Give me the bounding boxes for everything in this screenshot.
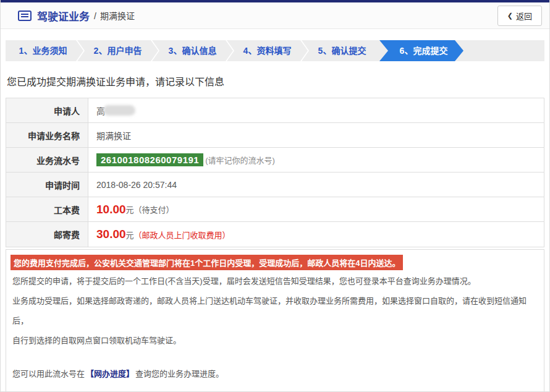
row-value: 高 [88, 98, 544, 122]
row-label: 申请业务名称 [6, 123, 88, 147]
breadcrumb-current: 期满换证 [100, 11, 135, 21]
breadcrumb-separator: / [94, 11, 96, 21]
step-5-confirm-submit: 5、确认提交 [305, 40, 379, 61]
notice-paragraph: 业务成功受理后，如果选择邮政寄递的，邮政人员将上门送达机动车驾驶证，并收取办理业… [10, 291, 538, 331]
serial-number-badge: 261001808260079191 [96, 153, 203, 166]
row-label: 申请时间 [6, 173, 88, 197]
fee-note: （待支付） [134, 203, 174, 215]
fee-amount: 10.00 [96, 203, 126, 216]
step-2-user-declaration: 2、用户申告 [80, 40, 155, 61]
row-value: 期满换证 [88, 123, 544, 147]
progress-hint-prefix: 您可以用此流水号在 [12, 369, 85, 378]
notice-paragraph: 自行到选择的自取网点窗口领取机动车驾驶证。 [10, 331, 538, 351]
info-table: 申请人 高 申请业务名称 期满换证 业务流水号 2610018082600791… [6, 98, 544, 247]
page-header: 驾驶证业务 /期满换证 ❮ 返回 [1, 2, 549, 29]
row-label: 业务流水号 [6, 148, 88, 172]
row-value: 2018-08-26 20:57:44 [88, 173, 544, 197]
table-row-production-fee: 工本费 10.00 元 （待支付） [6, 197, 544, 222]
masked-name-blur [103, 105, 135, 116]
notice-paragraph: 您所提交的申请，将于提交后的一个工作日(不含当天)受理，届时会发送短信告知受理结… [10, 271, 538, 291]
row-label: 工本费 [6, 197, 88, 221]
row-value: 10.00 元 （待支付） [88, 197, 544, 221]
row-label: 申请人 [6, 98, 88, 122]
step-3-confirm-info: 3、确认信息 [155, 40, 230, 61]
fee-note: （邮政人员上门收取费用） [134, 229, 231, 241]
progress-hint: 您可以用此流水号在【网办进度】查询您的业务办理进度。 [10, 364, 538, 384]
back-button-top[interactable]: ❮ 返回 [497, 6, 542, 26]
fee-unit: 元 [126, 229, 134, 241]
table-row-postage-fee: 邮寄费 30.00 元 （邮政人员上门收取费用） [6, 222, 544, 247]
table-row-apply-time: 申请时间 2018-08-26 20:57:44 [6, 173, 544, 197]
step-4-fill-materials: 4、资料填写 [230, 40, 305, 61]
row-label: 邮寄费 [6, 222, 88, 247]
progress-hint-suffix: 查询您的业务办理进度。 [135, 369, 224, 378]
step-1-business-notice: 1、业务须知 [6, 40, 80, 61]
chevron-left-icon: ❮ [507, 12, 513, 20]
success-message: 您已成功提交期满换证业务申请，请记录以下信息 [7, 74, 543, 88]
notice-box: 您的费用支付完成后，公安机关交通管理部门将在1个工作日内受理，受理成功后，邮政人… [6, 249, 544, 392]
table-row-business-name: 申请业务名称 期满换证 [6, 123, 544, 148]
page-title: 驾驶证业务 [37, 8, 90, 23]
step-6-complete-submit: 6、完成提交 [379, 40, 463, 61]
back-button-label: 返回 [516, 10, 532, 22]
list-icon [18, 11, 32, 21]
steps-bar: 1、业务须知 2、用户申告 3、确认信息 4、资料填写 5、确认提交 6、完成提… [6, 40, 544, 61]
payment-warning-banner: 您的费用支付完成后，公安机关交通管理部门将在1个工作日内受理，受理成功后，邮政人… [11, 255, 403, 270]
fee-amount: 30.00 [96, 228, 126, 241]
table-row-serial-number: 业务流水号 261001808260079191 (请牢记你的流水号) [6, 148, 544, 173]
page-container: 驾驶证业务 /期满换证 ❮ 返回 1、业务须知 2、用户申告 3、确认信息 4、… [0, 0, 550, 392]
table-row-applicant: 申请人 高 [6, 98, 544, 123]
fee-unit: 元 [126, 203, 134, 215]
breadcrumb: /期满换证 [94, 9, 135, 22]
progress-menu-reference: 【网办进度】 [86, 369, 134, 378]
row-value: 30.00 元 （邮政人员上门收取费用） [88, 222, 544, 247]
serial-note: (请牢记你的流水号) [205, 154, 275, 166]
row-value: 261001808260079191 (请牢记你的流水号) [88, 148, 544, 172]
